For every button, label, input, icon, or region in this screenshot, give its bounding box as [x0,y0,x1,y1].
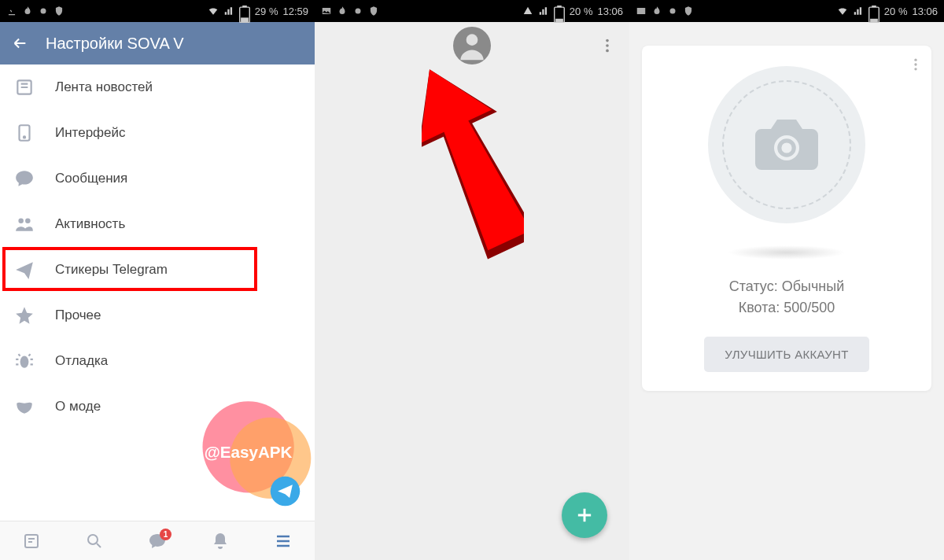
settings-item-label: Интерфейс [55,125,126,141]
back-arrow-icon[interactable] [11,35,28,52]
svg-rect-19 [557,6,562,7]
svg-rect-2 [241,17,249,22]
status-time: 13:06 [597,6,623,17]
shield-icon [683,6,694,17]
battery-icon [868,6,879,17]
settings-item-label: Сообщения [55,171,127,186]
avatar-placeholder[interactable] [708,66,865,223]
paper-plane-icon [14,260,35,280]
battery-percent: 20 % [884,6,908,17]
profile-card: Статус: Обычный Квота: 500/500 УЛУЧШИТЬ … [642,46,931,391]
settings-item-label: Лента новостей [55,79,153,95]
star-icon [14,305,35,326]
wifi-icon [208,6,219,17]
status-right-icons: 20 % 13:06 [837,6,938,17]
settings-item-label: Активность [55,216,125,232]
flame-icon [337,6,348,17]
settings-item-stickers-telegram[interactable]: Стикеры Telegram [0,247,315,293]
status-right-icons: 20 % 13:06 [522,6,623,17]
svg-point-23 [606,50,609,53]
status-time: 13:06 [912,6,938,17]
picture-icon [321,6,332,17]
svg-point-7 [18,218,24,223]
svg-point-9 [20,356,29,368]
cast-icon [522,6,533,17]
svg-point-6 [24,136,25,138]
svg-marker-24 [422,60,524,264]
status-left-icons [636,6,694,17]
news-icon [14,77,35,98]
nav-badge: 1 [160,529,171,540]
signal-icon [853,6,864,17]
svg-point-33 [914,68,916,70]
blurred-name [728,245,846,260]
svg-point-0 [41,9,46,14]
profile-avatar-button[interactable] [453,27,491,64]
watermark-badge: @EasyAPK [197,392,315,513]
settings-item-news-feed[interactable]: Лента новостей [0,64,315,110]
svg-point-32 [914,63,916,65]
svg-point-14 [88,535,98,544]
bottom-nav: 1 [0,521,315,560]
status-bar: 20 % 13:06 [629,0,944,22]
svg-rect-29 [870,19,878,22]
screenshot-3: 20 % 13:06 Статус: Обычный Квота: 500/50… [629,0,944,560]
svg-rect-30 [872,6,876,7]
nav-notifications[interactable] [209,530,231,552]
top-bar [315,22,629,69]
nav-menu[interactable] [272,530,294,552]
watermark-text: @EasyAPK [205,443,293,461]
app-bar: Настройки SOVA V [0,22,315,64]
settings-item-activity[interactable]: Активность [0,201,315,247]
shield-icon [368,6,379,17]
settings-item-interface[interactable]: Интерфейс [0,110,315,156]
status-time: 12:59 [282,6,308,17]
svg-point-20 [466,34,478,46]
chat-icon [14,168,35,189]
status-bar: 29 % 12:59 [0,0,315,22]
status-left-icons [321,6,379,17]
status-left-icons [6,6,65,17]
svg-point-16 [356,9,361,14]
card-more-button[interactable] [908,57,924,76]
settings-list: Лента новостей Интерфейс Сообщения Актив… [0,64,315,429]
nav-search[interactable] [83,530,105,552]
settings-item-messages[interactable]: Сообщения [0,156,315,201]
nav-messages[interactable]: 1 [146,530,168,552]
svg-point-22 [606,44,609,47]
svg-point-8 [25,218,31,223]
bug-icon [14,351,35,371]
app-bar-title: Настройки SOVA V [46,35,184,53]
battery-percent: 20 % [570,6,593,17]
flame-icon [22,6,33,17]
svg-point-27 [670,9,676,14]
circle-icon [352,6,363,17]
settings-item-label: О моде [55,399,101,414]
interface-icon [14,123,35,143]
settings-item-label: Прочее [55,308,101,323]
fab-add-button[interactable] [562,492,607,538]
settings-item-other[interactable]: Прочее [0,293,315,338]
settings-item-label: Отладка [55,353,108,369]
battery-icon [554,6,565,17]
status-right-icons: 29 % 12:59 [208,6,308,17]
picture-icon [636,6,647,17]
svg-point-21 [606,39,609,42]
battery-percent: 29 % [255,6,278,17]
red-arrow-annotation [422,60,524,264]
mask-icon [14,396,35,417]
settings-item-debug[interactable]: Отладка [0,338,315,384]
shield-icon [53,6,65,17]
svg-rect-26 [637,8,646,14]
people-icon [14,214,35,234]
svg-point-31 [914,59,916,61]
battery-icon [239,6,250,17]
flame-icon [651,6,662,17]
circle-icon [38,6,49,17]
account-quota: Квота: 500/500 [739,300,835,316]
more-button[interactable] [595,33,620,58]
wifi-icon [837,6,848,17]
nav-news[interactable] [20,530,42,552]
upgrade-account-button[interactable]: УЛУЧШИТЬ АККАУНТ [704,337,868,372]
signal-icon [223,6,234,17]
